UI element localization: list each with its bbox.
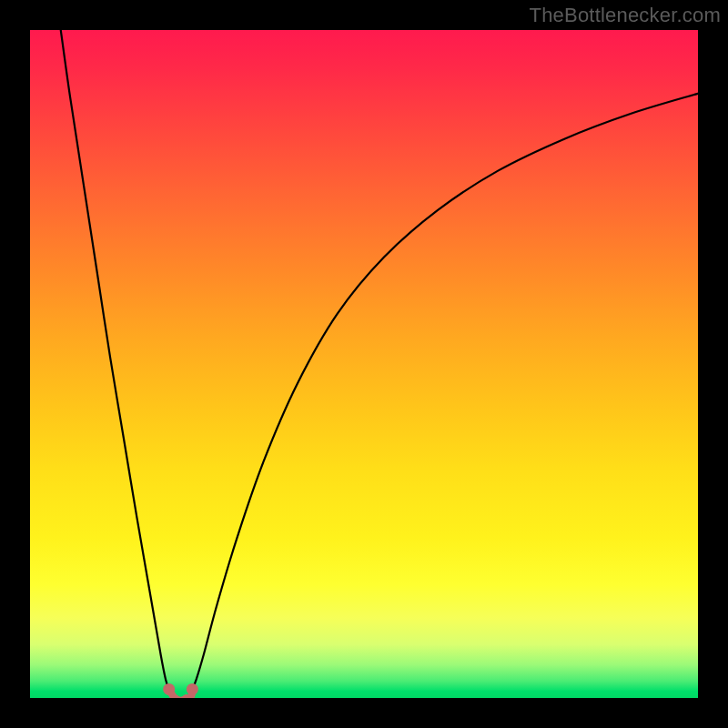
watermark-text: TheBottlenecker.com <box>530 4 721 27</box>
curve-left <box>61 30 169 689</box>
curve-right <box>192 94 698 690</box>
chart-container: TheBottlenecker.com <box>0 0 728 728</box>
valley-marker <box>163 683 198 698</box>
curves-layer <box>30 30 698 698</box>
plot-area <box>30 30 698 698</box>
u-connector <box>169 689 193 698</box>
